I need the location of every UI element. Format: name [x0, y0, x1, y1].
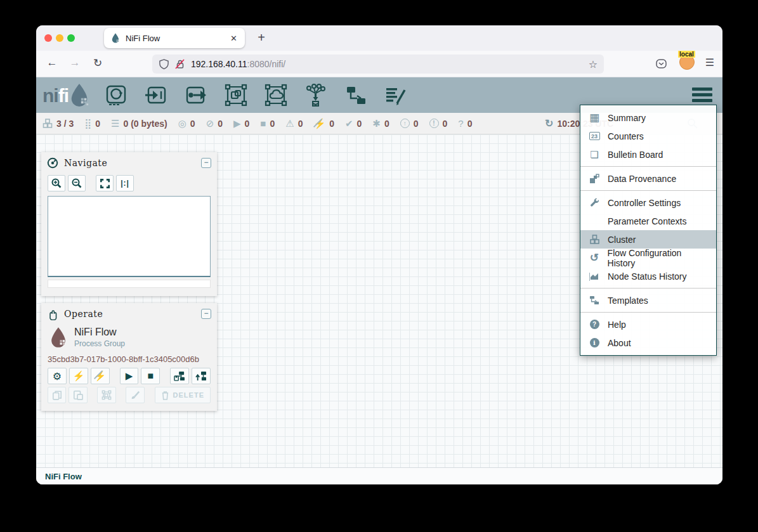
menu-item-node-status-history[interactable]: Node Status History: [580, 267, 716, 285]
menu-item-counters[interactable]: 23Counters: [580, 127, 716, 145]
zoom-fit-button[interactable]: [96, 175, 114, 191]
menu-item-parameter-contexts[interactable]: Parameter Contexts: [580, 212, 716, 230]
running-play-icon: ▶: [233, 119, 241, 128]
menu-item-cluster[interactable]: Cluster: [580, 230, 716, 249]
navigate-collapse-button[interactable]: −: [201, 158, 211, 168]
color-brush-button[interactable]: [126, 387, 144, 403]
close-window-button[interactable]: [44, 34, 52, 42]
navigate-footer-strip: [48, 280, 211, 288]
paste-button[interactable]: [69, 387, 87, 403]
warning-triangle-icon: ⚠: [285, 119, 294, 128]
arrow-up-circle-icon: ↑: [400, 119, 410, 128]
logo-ni: ni: [42, 84, 58, 107]
menu-item-controller-settings[interactable]: Controller Settings: [580, 193, 716, 212]
menu-item-about[interactable]: iAbout: [580, 334, 716, 352]
bookmark-star-icon[interactable]: ☆: [589, 58, 598, 70]
reload-button[interactable]: ↻: [90, 56, 105, 70]
zoom-actual-size-button[interactable]: |:|: [116, 175, 134, 191]
disable-button[interactable]: ⚡: [91, 368, 110, 384]
zoom-in-button[interactable]: [48, 175, 65, 191]
enable-button[interactable]: ⚡: [69, 368, 88, 384]
shield-icon[interactable]: [159, 58, 169, 70]
navigate-panel: Navigate − |:|: [41, 152, 217, 296]
operate-collapse-button[interactable]: −: [201, 309, 211, 319]
profile-badge: local: [678, 51, 695, 58]
tab-nifi-flow[interactable]: NiFi Flow ✕: [104, 28, 245, 48]
birdseye-minimap[interactable]: [48, 196, 211, 277]
url-bar[interactable]: 192.168.40.11 :8080/nifi/ ☆: [152, 55, 604, 74]
nifi-drop-icon: [69, 83, 90, 107]
zoom-window-button[interactable]: [67, 34, 75, 42]
profile-avatar[interactable]: local: [679, 55, 696, 71]
refresh-icon[interactable]: ↻: [545, 117, 553, 129]
processor-icon[interactable]: [104, 83, 128, 107]
stop-button[interactable]: ■: [141, 368, 160, 384]
output-port-icon[interactable]: [184, 83, 208, 107]
pocket-icon[interactable]: [655, 58, 667, 70]
insecure-lock-icon[interactable]: [174, 58, 186, 70]
delete-label: DELETE: [173, 391, 204, 399]
save-template-button[interactable]: [170, 368, 189, 384]
start-button[interactable]: ▶: [120, 368, 139, 384]
stopped-status: ■0: [260, 119, 275, 129]
compass-icon: [47, 157, 58, 169]
group-button[interactable]: [97, 387, 115, 403]
configure-button[interactable]: ⚙: [48, 368, 67, 384]
remote-process-group-icon[interactable]: [264, 83, 288, 107]
funnel-icon[interactable]: [304, 83, 328, 107]
wrench-icon: [587, 198, 602, 207]
info-circle-icon: i: [587, 338, 602, 347]
active-threads-status: ⣿0: [84, 119, 100, 129]
minimize-window-button[interactable]: [56, 34, 63, 42]
operate-title: Operate: [64, 309, 195, 319]
menu-item-flow-configuration-history[interactable]: ↺Flow Configuration History: [580, 249, 716, 267]
locally-modified-status: ✱0: [372, 119, 389, 129]
help-circle-icon: ?: [587, 320, 602, 329]
back-button[interactable]: ←: [44, 56, 60, 69]
firefox-menu-button[interactable]: ☰: [702, 56, 717, 68]
cluster-cubes-icon: [42, 119, 53, 128]
menu-separator: [580, 166, 716, 167]
question-icon: ?: [458, 119, 463, 128]
new-tab-button[interactable]: +: [254, 30, 269, 45]
template-icon[interactable]: [344, 83, 368, 107]
tab-title: NiFi Flow: [126, 34, 229, 43]
modified-stale-status: !0: [429, 119, 448, 129]
menu-item-data-provenance[interactable]: Data Provenance: [580, 169, 716, 188]
history-icon: ↺: [587, 251, 602, 264]
up-to-date-status: ✔0: [345, 119, 362, 129]
menu-item-summary[interactable]: ▦Summary: [580, 108, 716, 127]
zoom-out-button[interactable]: [68, 175, 86, 191]
sync-failure-status: ?0: [458, 119, 472, 129]
input-port-icon[interactable]: [144, 83, 168, 107]
nifi-global-menu-button[interactable]: [692, 88, 712, 102]
operate-panel: Operate − NiFi Flow Process Group 35cbd3…: [41, 303, 217, 411]
logo-fi: fi: [58, 84, 69, 107]
copy-button[interactable]: [48, 387, 66, 403]
url-host: 192.168.40.11: [191, 59, 247, 69]
disabled-status: ⚡0: [313, 119, 334, 129]
upload-template-button[interactable]: [192, 368, 211, 384]
forward-button[interactable]: →: [67, 56, 82, 69]
area-chart-icon: [587, 272, 602, 281]
stale-status: ↑0: [400, 119, 419, 129]
menu-item-templates[interactable]: Templates: [580, 291, 716, 309]
process-group-id: 35cbd3b7-017b-1000-8bff-1c3405c00d6b: [41, 349, 217, 367]
bolt-slash-icon: ⚡: [313, 119, 325, 128]
selected-flow-name: NiFi Flow: [74, 327, 125, 338]
counters-icon: 23: [587, 132, 602, 140]
invalid-status: ⚠0: [285, 119, 303, 129]
template-icon: [587, 295, 602, 305]
breadcrumb[interactable]: NiFi Flow: [45, 472, 82, 481]
tab-bar: NiFi Flow ✕ +: [36, 25, 722, 51]
process-group-icon[interactable]: [224, 83, 248, 107]
tab-close-icon[interactable]: ✕: [229, 34, 239, 43]
queued-status: ☰0 (0 bytes): [111, 119, 167, 129]
menu-separator: [580, 288, 716, 289]
delete-button[interactable]: DELETE: [155, 387, 211, 403]
label-icon[interactable]: [384, 83, 408, 107]
asterisk-icon: ✱: [372, 119, 381, 128]
transmitting-icon: ◎: [178, 119, 186, 128]
menu-item-help[interactable]: ?Help: [580, 315, 716, 334]
menu-item-bulletin-board[interactable]: ❏Bulletin Board: [580, 145, 716, 164]
